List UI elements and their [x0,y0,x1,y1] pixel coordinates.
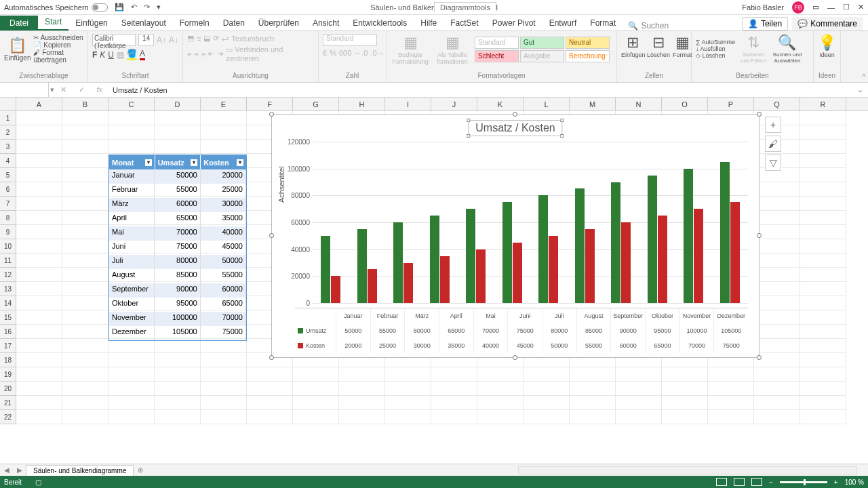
cell[interactable] [385,410,431,424]
resize-handle[interactable] [269,355,274,360]
ribbon-display-icon[interactable]: ▭ [812,3,819,12]
table-cell[interactable]: 80000 [155,255,200,269]
table-cell[interactable]: 70000 [155,226,200,241]
zoom-level[interactable]: 100 % [845,479,864,486]
cell[interactable] [293,396,339,410]
bar-group[interactable] [349,142,386,303]
cell[interactable] [800,367,846,382]
style-berechnung[interactable]: Berechnung [566,50,610,62]
table-row[interactable]: Januar5000020000 [109,169,246,184]
horizontal-scrollbar[interactable] [518,466,857,474]
bar-group[interactable] [422,142,458,303]
cell[interactable] [108,410,155,424]
sort-filter-icon[interactable]: ⇅ [738,34,769,52]
cell[interactable] [339,396,385,410]
row-header[interactable]: 3 [0,140,16,154]
cell[interactable] [616,367,662,382]
comma-icon[interactable]: 000 [339,49,351,57]
tab-seitenlayout[interactable]: Seitenlayout [115,16,173,30]
tab-entwurf[interactable]: Entwurf [542,16,584,30]
cell[interactable] [62,325,108,339]
cell[interactable] [155,111,201,125]
chart-object[interactable]: Umsatz / Kosten Achsentitel 020000400006… [271,114,760,358]
bar-kosten[interactable] [694,209,703,303]
bar-umsatz[interactable] [538,195,548,303]
format-painter-button[interactable]: 🖌 Format übertragen [33,49,83,64]
bar-umsatz[interactable] [430,216,439,303]
cell[interactable] [155,125,201,140]
column-header[interactable]: O [662,98,708,110]
cell[interactable] [754,339,800,353]
table-cell[interactable]: Oktober [109,298,155,312]
column-header[interactable]: D [155,98,201,110]
cell[interactable] [754,353,800,367]
cell[interactable] [16,182,62,197]
plot-area[interactable]: 020000400006000080000100000120000 [313,142,748,303]
table-cell[interactable]: 20000 [201,169,246,184]
row-header[interactable]: 7 [0,197,16,211]
row-header[interactable]: 11 [0,253,16,268]
cell[interactable] [800,182,846,197]
cell[interactable] [108,339,155,353]
format-cells-label[interactable]: Format [673,52,692,58]
share-button[interactable]: 👤 Teilen [742,17,788,30]
ideas-icon[interactable]: 💡 [818,34,836,52]
bar-umsatz[interactable] [684,169,693,303]
table-cell[interactable]: 105000 [155,326,200,340]
cell[interactable] [155,382,201,396]
row-header[interactable]: 21 [0,396,16,410]
new-sheet-button[interactable]: ⊕ [134,466,147,474]
style-standard[interactable]: Standard [475,37,519,49]
collapse-ribbon-icon[interactable]: ^ [862,73,865,81]
prev-sheet-icon[interactable]: ◀ [4,466,9,474]
table-cell[interactable]: 95000 [155,298,200,312]
cell[interactable] [62,353,108,367]
bar-umsatz[interactable] [466,209,475,303]
zoom-out-icon[interactable]: − [769,479,773,486]
cell[interactable] [16,253,62,268]
number-format-select[interactable]: Standard [323,34,377,46]
cell[interactable] [754,268,800,282]
cell[interactable] [201,396,247,410]
cell[interactable] [16,310,62,325]
cell[interactable] [477,382,524,396]
cell[interactable] [616,382,662,396]
copy-button[interactable]: 📄 Kopieren [33,41,83,49]
bar-kosten[interactable] [331,276,340,303]
wrap-text-button[interactable]: ⮐ Textumbruch [222,35,274,43]
cell[interactable] [754,382,800,396]
cell[interactable] [385,382,431,396]
column-header[interactable]: R [800,98,846,110]
bar-umsatz[interactable] [393,222,403,303]
paste-icon[interactable]: 📋 [4,37,31,54]
table-row[interactable]: Juli8000050000 [109,255,246,269]
cell[interactable] [62,182,108,197]
italic-icon[interactable]: K [100,50,105,60]
chart-elements-button[interactable]: + [765,117,781,133]
column-header[interactable]: I [385,98,431,110]
cell[interactable] [800,353,846,367]
normal-view-icon[interactable] [716,478,727,486]
cell[interactable] [62,296,108,310]
chart-title[interactable]: Umsatz / Kosten [468,120,562,136]
cell[interactable] [108,111,155,125]
find-select-icon[interactable]: 🔍 [772,34,803,52]
chart-filters-button[interactable]: ▽ [765,155,781,171]
column-header[interactable]: B [62,98,108,110]
redo-icon[interactable]: ↷ [144,3,150,12]
cell[interactable] [201,367,247,382]
next-sheet-icon[interactable]: ▶ [17,466,22,474]
cell[interactable] [800,225,846,239]
align-right-icon[interactable]: ≡ [201,50,205,58]
table-cell[interactable]: November [109,312,155,326]
row-header[interactable]: 12 [0,268,16,282]
table-cell[interactable]: 50000 [201,255,246,269]
cell[interactable] [800,239,846,253]
tab-powerpivot[interactable]: Power Pivot [486,16,542,30]
table-cell[interactable]: 65000 [155,212,200,226]
tab-einfuegen[interactable]: Einfügen [68,16,114,30]
cell[interactable] [16,239,62,253]
table-cell[interactable]: 25000 [201,184,246,198]
cell[interactable] [201,353,247,367]
cell[interactable] [247,367,293,382]
